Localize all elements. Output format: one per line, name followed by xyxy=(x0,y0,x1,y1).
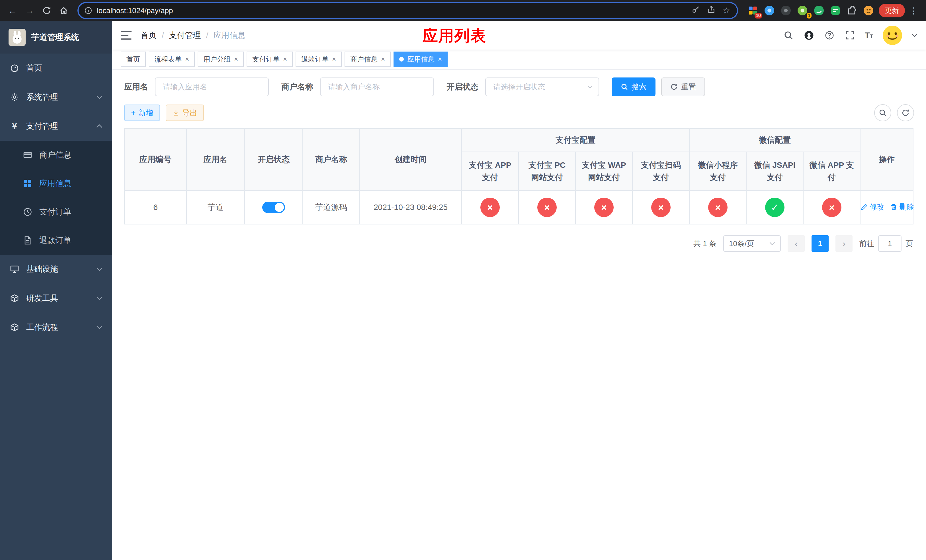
breadcrumb-home[interactable]: 首页 xyxy=(141,30,157,41)
fullscreen-icon[interactable] xyxy=(844,30,856,41)
delete-link-label: 删除 xyxy=(899,202,914,212)
table-toolbar: + 新增 导出 xyxy=(124,104,914,121)
sidebar-item-refund-orders[interactable]: 退款订单 xyxy=(0,226,112,255)
forward-icon[interactable]: → xyxy=(22,3,38,18)
edit-link[interactable]: 修改 xyxy=(861,202,884,212)
col-app-id: 应用编号 xyxy=(124,129,186,191)
close-icon[interactable]: × xyxy=(185,56,189,63)
sidebar-item-app-info[interactable]: 应用信息 xyxy=(0,169,112,198)
sidebar-item-workflow[interactable]: 工作流程 xyxy=(0,313,112,342)
font-size-icon[interactable]: TT xyxy=(865,30,873,40)
sidebar-item-home[interactable]: 首页 xyxy=(0,53,112,83)
delete-link[interactable]: 删除 xyxy=(890,202,914,212)
tab-user-group[interactable]: 用户分组× xyxy=(198,51,244,67)
tab-merchant-info[interactable]: 商户信息× xyxy=(345,51,391,67)
sidebar-item-system[interactable]: 系统管理 xyxy=(0,83,112,112)
row-status-toggle[interactable] xyxy=(262,202,285,213)
page-size-value: 10条/页 xyxy=(729,239,754,249)
breadcrumb-payment[interactable]: 支付管理 xyxy=(169,30,201,41)
app-name-input[interactable] xyxy=(155,77,269,96)
wechat-jsapi-status-icon: ✓ xyxy=(765,198,784,217)
extension-icon-dark[interactable] xyxy=(780,5,791,16)
extension-icon-blue[interactable] xyxy=(764,5,775,16)
cell-create-time: 2021-10-23 08:49:25 xyxy=(360,191,461,224)
github-icon[interactable] xyxy=(803,30,815,41)
chevron-down-icon xyxy=(769,242,775,245)
browser-update-button[interactable]: 更新 xyxy=(879,4,905,17)
app-logo-area: 芋道管理系统 xyxy=(0,21,112,53)
goto-page-input[interactable] xyxy=(878,235,902,252)
sidebar-item-dev-tools[interactable]: 研发工具 xyxy=(0,284,112,313)
close-icon[interactable]: × xyxy=(234,56,238,63)
search-button[interactable]: 搜索 xyxy=(612,77,655,96)
puzzle-extensions-icon[interactable] xyxy=(846,5,858,16)
tab-pay-orders[interactable]: 支付订单× xyxy=(247,51,293,67)
add-button[interactable]: + 新增 xyxy=(124,104,160,121)
wechat-mini-status-icon: × xyxy=(708,198,728,217)
reload-icon[interactable] xyxy=(39,3,54,18)
close-icon[interactable]: × xyxy=(438,56,442,63)
pencil-icon xyxy=(861,203,868,211)
search-icon[interactable] xyxy=(783,30,794,41)
tab-home[interactable]: 首页 xyxy=(121,51,146,67)
page-number-1[interactable]: 1 xyxy=(811,235,829,252)
sidebar-item-label: 支付管理 xyxy=(26,121,58,132)
extensions-grid-icon[interactable]: 10 xyxy=(747,5,758,16)
site-info-icon[interactable] xyxy=(84,6,92,15)
sidebar-item-pay-orders[interactable]: 支付订单 xyxy=(0,198,112,226)
address-bar[interactable]: localhost:1024/pay/app ☆ xyxy=(77,2,738,19)
app-name-label: 应用名 xyxy=(124,82,148,92)
box-icon xyxy=(10,294,20,303)
sidebar-item-infra[interactable]: 基础设施 xyxy=(0,255,112,284)
export-button[interactable]: 导出 xyxy=(166,104,204,121)
sidebar-item-merchant-info[interactable]: 商户信息 xyxy=(0,141,112,169)
reset-button[interactable]: 重置 xyxy=(661,77,705,96)
password-key-icon[interactable] xyxy=(691,5,700,16)
toggle-knob xyxy=(275,203,284,212)
extension-icon-wechat[interactable] xyxy=(813,5,825,16)
profile-avatar-icon[interactable] xyxy=(863,5,874,16)
merchant-name-input[interactable] xyxy=(320,77,434,96)
help-icon[interactable] xyxy=(824,30,835,41)
monitor-icon xyxy=(10,264,20,274)
tab-refund-orders[interactable]: 退款订单× xyxy=(295,51,342,67)
share-icon[interactable] xyxy=(707,5,716,16)
prev-page-icon[interactable]: ‹ xyxy=(788,235,805,252)
user-avatar[interactable] xyxy=(882,25,903,45)
avatar-caret-icon[interactable] xyxy=(912,33,917,37)
refresh-table-icon[interactable] xyxy=(897,104,914,121)
col-operations: 操作 xyxy=(860,129,913,191)
tab-app-info[interactable]: 应用信息× xyxy=(393,51,448,67)
close-icon[interactable]: × xyxy=(332,56,336,63)
chevron-down-icon xyxy=(96,267,103,271)
bookmark-star-icon[interactable]: ☆ xyxy=(722,6,730,15)
table-row: 6 芋道 芋道源码 2021-10-23 08:49:25 × × × × × xyxy=(124,191,913,224)
sidebar-item-payment[interactable]: ¥ 支付管理 xyxy=(0,112,112,141)
browser-chrome: ← → localhost:1024/pay/app ☆ xyxy=(0,0,926,21)
url-text: localhost:1024/pay/app xyxy=(97,6,687,15)
close-icon[interactable]: × xyxy=(381,56,385,63)
back-icon[interactable]: ← xyxy=(5,3,21,18)
goto-suffix: 页 xyxy=(905,239,913,249)
sidebar-toggle-icon[interactable] xyxy=(121,31,132,39)
breadcrumb-current: 应用信息 xyxy=(213,30,245,41)
sidebar-item-label: 应用信息 xyxy=(39,178,71,189)
chevron-down-icon xyxy=(96,296,103,300)
extension-icon-chat[interactable] xyxy=(830,5,841,16)
close-icon[interactable]: × xyxy=(283,56,287,63)
tab-label: 退款订单 xyxy=(301,55,328,64)
show-search-toggle-icon[interactable] xyxy=(874,104,891,121)
extension-icon-green-badged[interactable]: 1 xyxy=(797,5,808,16)
extension-badge-small: 1 xyxy=(807,13,811,18)
home-icon[interactable] xyxy=(56,3,72,18)
tab-label: 支付订单 xyxy=(252,55,280,64)
sidebar-item-label: 工作流程 xyxy=(26,322,58,333)
tab-process-form[interactable]: 流程表单× xyxy=(149,51,195,67)
page-size-select[interactable]: 10条/页 xyxy=(723,235,781,252)
address-bar-actions: ☆ xyxy=(691,5,734,16)
navbar-actions: TT xyxy=(783,25,917,45)
browser-menu-icon[interactable]: ⋮ xyxy=(906,6,921,16)
status-select[interactable]: 请选择开启状态 xyxy=(485,77,599,96)
payment-submenu: 商户信息 应用信息 支付订单 xyxy=(0,141,112,255)
next-page-icon[interactable]: › xyxy=(835,235,853,252)
